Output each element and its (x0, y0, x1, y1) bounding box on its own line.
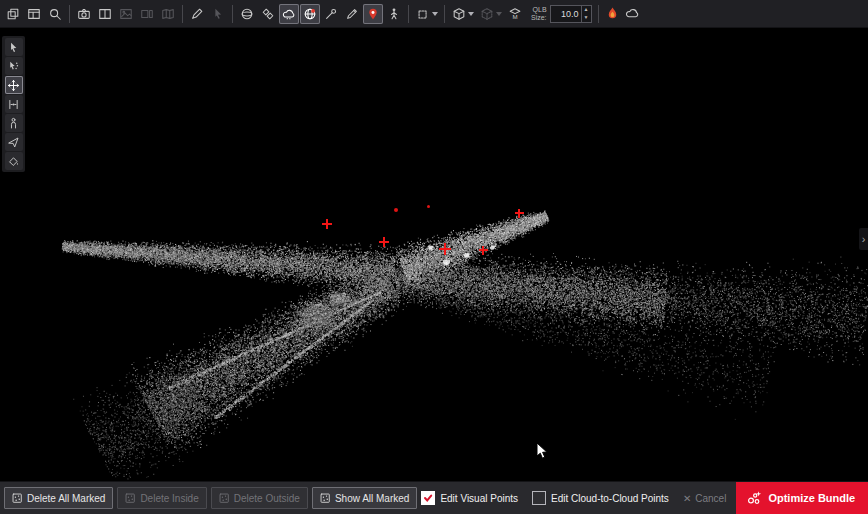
tie-point-marker[interactable] (322, 219, 332, 229)
tie-point-dot[interactable] (394, 208, 398, 212)
zoom-extents-icon[interactable] (45, 4, 65, 24)
cloud-icon[interactable] (623, 4, 643, 24)
edit-cloud-to-cloud-checkbox-label: Edit Cloud-to-Cloud Points (551, 493, 669, 504)
delete-all-marked-button-label: Delete All Marked (27, 493, 105, 504)
window-layout-icon[interactable] (24, 4, 44, 24)
paint-tool[interactable] (5, 152, 23, 170)
pen-icon[interactable] (187, 4, 207, 24)
point-cloud-viewport[interactable] (0, 0, 868, 514)
application-window: M QLB Size: ▲ ▼ › Delete All MarkedDelet… (0, 0, 868, 514)
qlb-size-control: QLB Size: ▲ ▼ (531, 5, 592, 23)
edit-cloud-to-cloud-checkbox[interactable]: Edit Cloud-to-Cloud Points (532, 491, 669, 505)
select-points-tool[interactable] (5, 57, 23, 75)
qlb-size-input[interactable] (551, 6, 581, 22)
chevron-down-icon (468, 12, 474, 16)
view-tools-group (74, 4, 178, 24)
optimize-flame-icon[interactable] (603, 4, 623, 24)
gallery-view-icon[interactable] (137, 4, 157, 24)
camera-icon[interactable] (74, 4, 94, 24)
selection-mode-group (413, 4, 440, 24)
toolbar-groups: M (3, 4, 525, 24)
box-select-icon[interactable] (413, 4, 440, 24)
delete-inside-icon (125, 493, 136, 504)
bottom-toolbar: Delete All MarkedDelete InsideDelete Out… (0, 481, 868, 514)
delete-outside-icon (219, 493, 230, 504)
show-all-marked-button-label: Show All Marked (335, 493, 409, 504)
tie-point-marker[interactable] (515, 209, 524, 218)
toolbar-separator (408, 5, 409, 23)
toolbar-right-icons (603, 4, 643, 24)
image-view-icon[interactable] (116, 4, 136, 24)
needle-icon[interactable] (321, 4, 341, 24)
qlb-size-increase[interactable]: ▲ (582, 6, 591, 14)
split-view-icon[interactable] (95, 4, 115, 24)
annotate-tools-group (187, 4, 228, 24)
pick-arrow-icon[interactable] (208, 4, 228, 24)
edit-visual-points-checkbox[interactable]: Edit Visual Points (421, 491, 518, 505)
select-tool[interactable] (5, 38, 23, 56)
qlb-size-decrease[interactable]: ▼ (582, 14, 591, 22)
cube-wireframe-icon[interactable] (477, 4, 504, 24)
navigate-tool[interactable] (5, 133, 23, 151)
optimize-label: Optimize Bundle (768, 492, 855, 504)
toolbar-separator (69, 5, 70, 23)
globe-icon[interactable] (300, 4, 320, 24)
sphere-icon[interactable] (237, 4, 257, 24)
bottom-buttons: Delete All MarkedDelete InsideDelete Out… (4, 487, 421, 509)
bundle-icon (746, 490, 762, 506)
toolbar-separator (444, 5, 445, 23)
cube-icon[interactable] (449, 4, 476, 24)
location-pin-icon[interactable] (363, 4, 383, 24)
checkbox-box[interactable] (532, 491, 546, 505)
layers-icon[interactable] (3, 4, 23, 24)
delete-outside-button-label: Delete Outside (234, 493, 300, 504)
project-tools-group (3, 4, 65, 24)
toolbar-separator (182, 5, 183, 23)
edit-visual-points-checkbox-label: Edit Visual Points (440, 493, 518, 504)
map-view-icon[interactable] (158, 4, 178, 24)
close-icon: ✕ (683, 493, 691, 504)
svg-text:M: M (512, 13, 517, 20)
tie-point-marker[interactable] (479, 246, 488, 255)
cancel-label: Cancel (695, 493, 726, 504)
qlb-size-label: QLB Size: (531, 6, 547, 21)
tie-point-dot[interactable] (427, 205, 430, 208)
show-all-marked-button[interactable]: Show All Marked (312, 487, 417, 509)
tags-icon[interactable] (258, 4, 278, 24)
walker-icon[interactable] (384, 4, 404, 24)
point-cloud-icon[interactable] (279, 4, 299, 24)
delete-all-marked-icon (12, 493, 23, 504)
checkbox-box[interactable] (421, 491, 435, 505)
toolbar-separator (232, 5, 233, 23)
left-toolbar (2, 36, 25, 172)
chevron-right-icon: › (862, 233, 866, 245)
pencil-icon[interactable] (342, 4, 362, 24)
leveling-tool[interactable] (5, 95, 23, 113)
top-toolbar: M QLB Size: ▲ ▼ (0, 0, 868, 28)
person-view-tool[interactable] (5, 114, 23, 132)
cube-m-icon[interactable]: M (505, 4, 525, 24)
tie-point-marker[interactable] (439, 243, 451, 255)
move-tool[interactable] (5, 76, 23, 94)
panel-expand-handle[interactable]: › (859, 228, 868, 250)
optimize-bundle-button[interactable]: Optimize Bundle (736, 482, 868, 514)
bottom-checkboxes: Edit Visual PointsEdit Cloud-to-Cloud Po… (421, 491, 682, 505)
display-tools-group (237, 4, 404, 24)
chevron-down-icon (432, 12, 438, 16)
chevron-down-icon (496, 12, 502, 16)
toolbar-separator (598, 5, 599, 23)
cancel-button[interactable]: ✕ Cancel (683, 493, 727, 504)
delete-all-marked-button[interactable]: Delete All Marked (4, 487, 113, 509)
tie-point-marker[interactable] (379, 237, 389, 247)
show-all-marked-icon (320, 493, 331, 504)
delete-inside-button-label: Delete Inside (140, 493, 198, 504)
delete-outside-button[interactable]: Delete Outside (211, 487, 308, 509)
delete-inside-button[interactable]: Delete Inside (117, 487, 206, 509)
cube-tools-group: M (449, 4, 525, 24)
